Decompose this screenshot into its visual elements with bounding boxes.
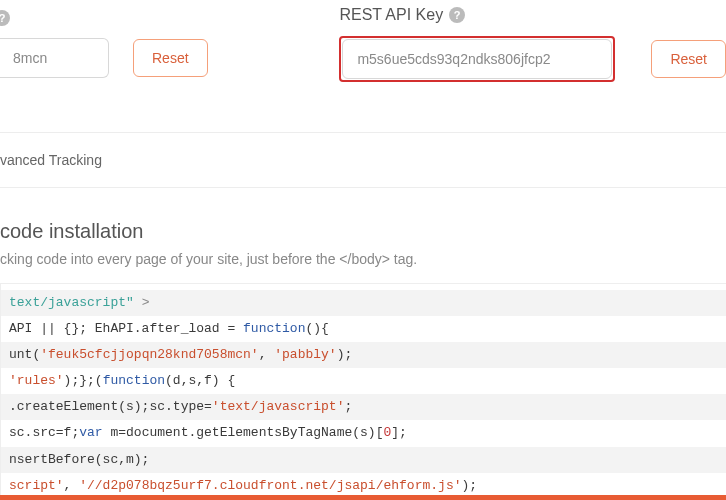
reset-button-left[interactable]: Reset (133, 39, 208, 77)
code-installation-title: code installation (0, 220, 726, 243)
help-icon: ? (449, 7, 465, 23)
rest-api-key-input[interactable] (342, 39, 612, 79)
advanced-tracking-text: vanced Tracking (0, 152, 102, 168)
code-line: unt('feuk5cfcjjopqn28knd7058mcn', 'pabbl… (1, 342, 726, 368)
code-line: API || {}; EhAPI.after_load = function()… (1, 316, 726, 342)
api-key-input-left[interactable] (0, 38, 109, 78)
code-line: nsertBefore(sc,m); (1, 447, 726, 473)
code-block[interactable]: text/javascript" > API || {}; EhAPI.afte… (0, 283, 726, 500)
code-installation-subtitle: cking code into every page of your site,… (0, 251, 726, 267)
rest-api-key-label: REST API Key (339, 6, 443, 24)
code-line: text/javascript" > (1, 290, 726, 316)
highlight-box (339, 36, 615, 82)
help-icon: ? (0, 10, 10, 26)
code-line: .createElement(s);sc.type='text/javascri… (1, 394, 726, 420)
bottom-bar (0, 495, 726, 500)
code-line: sc.src=f;var m=document.getElementsByTag… (1, 420, 726, 446)
reset-button-right[interactable]: Reset (651, 40, 726, 78)
code-line: 'rules');};(function(d,s,f) { (1, 368, 726, 394)
